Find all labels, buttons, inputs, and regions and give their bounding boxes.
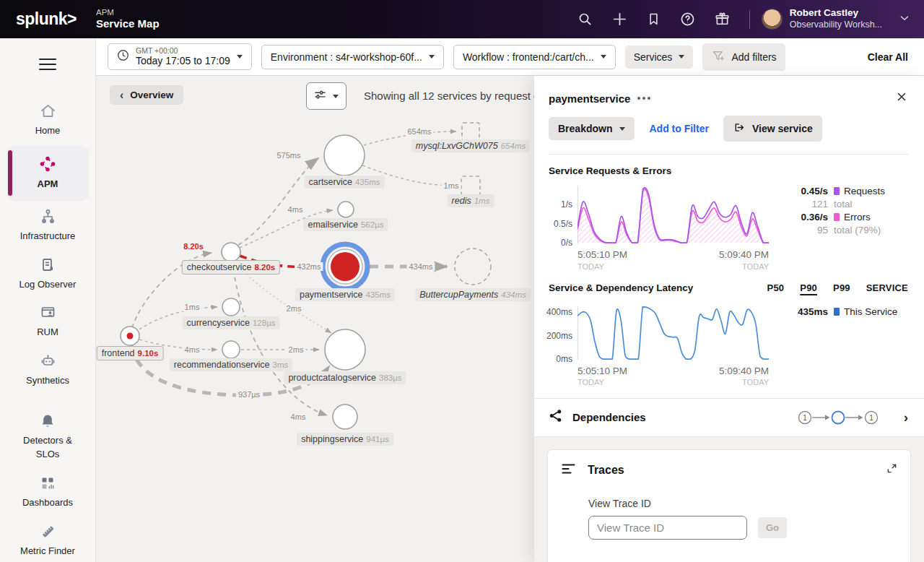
- open-service-icon: [733, 121, 745, 136]
- map-node-label-currencyservice[interactable]: currencyservice128µs: [182, 316, 279, 329]
- tab-p99[interactable]: P99: [833, 282, 850, 293]
- y-tick: 0ms: [556, 354, 572, 364]
- map-node-label-recommendationservice[interactable]: recommendationservice3ms: [170, 358, 292, 371]
- view-trace-id-label: View Trace ID: [588, 498, 897, 509]
- user-menu[interactable]: Robert Castley Observability Worksh...: [790, 7, 882, 31]
- map-node-mysql[interactable]: [462, 123, 479, 140]
- caret-down-icon: [333, 95, 339, 98]
- map-edge: [238, 158, 318, 245]
- map-node-label-cartservice[interactable]: cartservice435ms: [305, 176, 385, 189]
- view-trace-id-input[interactable]: [588, 516, 747, 540]
- go-button[interactable]: Go: [758, 517, 787, 538]
- map-node-label-productcatalogservice[interactable]: productcatalogservice383µs: [284, 371, 406, 384]
- map-node-emailservice[interactable]: [338, 202, 354, 217]
- chevron-right-icon[interactable]: ›: [904, 410, 908, 425]
- workflow-filter[interactable]: Workflow : frontend:/cart/ch...: [453, 45, 616, 69]
- map-node-frontend[interactable]: [121, 327, 139, 345]
- x-tick-end: 5:09:40 PM: [719, 365, 769, 378]
- sidebar-item-home[interactable]: Home: [0, 96, 95, 144]
- caret-down-icon: [237, 55, 243, 59]
- dependencies-label: Dependencies: [572, 411, 646, 423]
- sidebar: Home APM Infrastructure Log Observer RUM…: [0, 38, 96, 562]
- sidebar-item-detectors-slos[interactable]: Detectors & SLOs: [0, 406, 95, 468]
- percentile-tabs: P50 P90 P99 SERVICE: [767, 282, 908, 293]
- tab-p50[interactable]: P50: [767, 282, 785, 293]
- map-node-productcatalogservice[interactable]: [325, 329, 365, 370]
- user-name: Robert Castley: [790, 7, 882, 20]
- sidebar-item-rum[interactable]: RUM: [0, 298, 95, 346]
- service-detail-panel: paymentservice Breakdown Add to Filter V…: [534, 76, 924, 562]
- panel-lower-area: Traces View Trace ID Go: [534, 437, 924, 562]
- user-avatar[interactable]: [762, 9, 783, 30]
- map-node-shippingservice[interactable]: [333, 405, 357, 429]
- this-service-swatch: [834, 308, 840, 316]
- map-node-label-paymentservice[interactable]: paymentservice435ms: [295, 288, 395, 301]
- map-node-label-emailservice[interactable]: emailservice562µs: [303, 218, 388, 231]
- help-icon[interactable]: [679, 11, 696, 27]
- time-range-value: Today 17:05 to 17:09: [136, 55, 230, 67]
- add-icon[interactable]: [611, 11, 628, 27]
- add-filters-button[interactable]: Add filters: [702, 43, 785, 71]
- map-display-settings-button[interactable]: [306, 82, 346, 110]
- map-node-buttercuppayments[interactable]: [455, 248, 491, 285]
- ruler-icon: [39, 523, 57, 540]
- map-node-label-frontend[interactable]: frontend9.10s: [97, 346, 164, 360]
- splunk-logo[interactable]: splunk>: [0, 9, 96, 29]
- sidebar-item-dashboards[interactable]: Dashboards: [0, 468, 95, 516]
- nav-divider: [749, 10, 750, 29]
- map-node-label-shippingservice[interactable]: shippingservice941µs: [297, 433, 393, 446]
- close-icon[interactable]: [895, 90, 908, 106]
- panel-service-title: paymentservice: [549, 92, 630, 105]
- search-icon[interactable]: [577, 11, 593, 27]
- latency-legend: 435ms This Service: [785, 306, 897, 363]
- breadcrumb: APM Service Map: [96, 7, 160, 31]
- clear-all-button[interactable]: Clear All: [868, 51, 908, 63]
- caret-down-icon: [679, 55, 684, 59]
- tab-p90[interactable]: P90: [800, 282, 817, 293]
- environment-filter[interactable]: Environment : s4r-workshop-60f...: [261, 45, 444, 69]
- infrastructure-icon: [39, 208, 57, 225]
- dependencies-icon: [549, 409, 562, 425]
- map-node-label-checkoutservice[interactable]: checkoutservice8.20s: [182, 260, 280, 274]
- map-node-recommendationservice[interactable]: [222, 341, 240, 358]
- dependencies-row[interactable]: Dependencies 1 1 ›: [534, 398, 924, 437]
- latency-title: Service & Dependency Latency: [549, 282, 693, 293]
- breakdown-dropdown[interactable]: Breakdown: [549, 117, 635, 140]
- map-status-text: Showing all 12 services by request count: [364, 90, 560, 102]
- traces-card: Traces View Trace ID Go: [547, 449, 911, 562]
- map-node-label-buttercuppayments[interactable]: ButtercupPayments434ms: [415, 288, 531, 301]
- map-node-checkoutservice[interactable]: [222, 243, 240, 261]
- sidebar-item-metric-finder[interactable]: Metric Finder: [0, 516, 95, 562]
- sidebar-item-infrastructure[interactable]: Infrastructure: [0, 202, 95, 250]
- map-node-cartservice[interactable]: [324, 135, 365, 176]
- sidebar-item-apm[interactable]: APM: [7, 146, 88, 200]
- map-node-currencyservice[interactable]: [222, 298, 240, 316]
- map-node-label-redis[interactable]: redis1ms: [448, 194, 494, 207]
- map-node-paymentservice[interactable]: [323, 244, 367, 289]
- chevron-left-icon: ‹: [120, 92, 123, 99]
- menu-icon[interactable]: [38, 57, 58, 74]
- caret-down-icon: [429, 55, 435, 59]
- services-filter[interactable]: Services: [625, 46, 694, 69]
- overview-back-button[interactable]: ‹ Overview: [110, 85, 183, 105]
- sidebar-item-synthetics[interactable]: Synthetics: [0, 346, 95, 394]
- y-tick: 0/s: [561, 238, 572, 248]
- map-node-redis[interactable]: [461, 176, 480, 195]
- chevron-down-icon[interactable]: [898, 12, 911, 27]
- more-menu-icon[interactable]: [637, 97, 650, 100]
- time-range-picker[interactable]: GMT +00:00 Today 17:05 to 17:09: [108, 43, 252, 70]
- bookmark-icon[interactable]: [646, 12, 661, 27]
- tab-service[interactable]: SERVICE: [866, 282, 908, 293]
- apm-icon: [38, 155, 57, 173]
- page-title: Service Map: [96, 17, 160, 31]
- top-nav: splunk> APM Service Map Robert Castley O…: [0, 0, 924, 38]
- downstream-count: 1: [869, 413, 873, 421]
- map-node-label-mysql[interactable]: mysql:LxvGChW075654ms: [411, 139, 530, 152]
- y-tick: 200ms: [546, 331, 572, 341]
- synthetics-icon: [39, 353, 57, 370]
- sidebar-item-log-observer[interactable]: Log Observer: [0, 250, 95, 298]
- view-service-button[interactable]: View service: [723, 116, 822, 142]
- gift-icon[interactable]: [714, 11, 731, 27]
- add-to-filter-link[interactable]: Add to Filter: [649, 123, 708, 134]
- expand-icon[interactable]: [886, 463, 897, 477]
